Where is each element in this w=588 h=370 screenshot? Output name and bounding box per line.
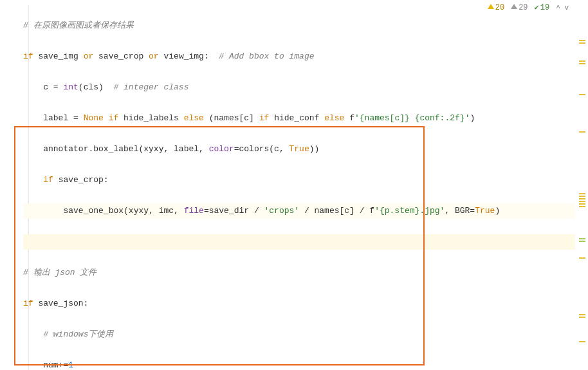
code-editor[interactable]: # 在原图像画图或者保存结果 if save_img or save_crop … xyxy=(0,0,588,370)
gutter-mark xyxy=(579,203,585,205)
gutter-mark xyxy=(579,40,585,41)
comment: # integer class xyxy=(113,82,188,92)
gutter-mark xyxy=(579,257,585,259)
warning-count-2[interactable]: 29 xyxy=(511,3,528,12)
comment: # 在原图像画图或者保存结果 xyxy=(23,21,134,30)
gutter-mark xyxy=(579,198,585,199)
gutter-mark xyxy=(579,94,585,95)
ok-count[interactable]: ✔19 xyxy=(535,3,550,12)
gutter-mark xyxy=(579,60,585,62)
gutter-mark xyxy=(579,196,585,197)
gutter-mark xyxy=(579,317,585,318)
warning-count-1[interactable]: 20 xyxy=(488,3,504,12)
comment: # 输出 json 文件 xyxy=(23,268,96,277)
minimap-gutter[interactable] xyxy=(575,0,588,370)
gutter-mark xyxy=(579,341,585,342)
gutter-mark xyxy=(579,241,585,242)
gutter-mark xyxy=(579,201,585,202)
builtin-int: int xyxy=(63,82,78,92)
gutter-mark xyxy=(579,314,585,315)
nav-arrows[interactable]: ^ v xyxy=(556,4,569,12)
comment: # Add bbox to image xyxy=(219,51,314,61)
gutter-mark xyxy=(579,42,585,44)
comment: # windows下使用 xyxy=(43,329,113,339)
keyword-if: if xyxy=(23,51,33,61)
gutter-mark xyxy=(579,206,585,207)
gutter-mark xyxy=(579,193,585,194)
editor-status-bar: 20 29 ✔19 ^ v xyxy=(485,3,571,12)
gutter-mark xyxy=(579,238,585,239)
gutter-mark xyxy=(579,63,585,64)
gutter-mark xyxy=(579,131,585,133)
string: '{names[c]} {conf:.2f}' xyxy=(354,113,470,123)
